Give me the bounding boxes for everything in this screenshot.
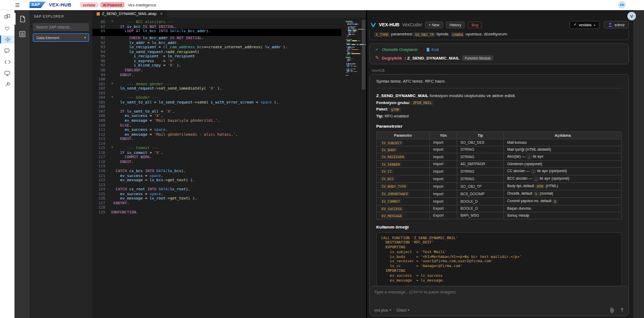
editor-tab-bar: Z_SEND_DYNAMIC_MAIL.abap × bbox=[92, 10, 366, 18]
line-number: 115 bbox=[92, 146, 111, 151]
description-cell: Commit yapılsın mı, default X bbox=[504, 197, 622, 205]
mode-selector[interactable]: Direct ▾ bbox=[397, 308, 409, 312]
minimap[interactable] bbox=[346, 21, 360, 76]
token: . bbox=[236, 132, 238, 137]
search-input[interactable] bbox=[33, 23, 89, 31]
description-cell: CC alıcıları — ; ile ayır (opsiyonel) bbox=[504, 167, 622, 175]
token: space bbox=[154, 128, 165, 132]
token: ( ). bbox=[188, 196, 197, 201]
code-line: 117 COMMIT WORK. bbox=[92, 155, 341, 160]
token: = bbox=[154, 59, 167, 63]
meta-label: Paket: bbox=[376, 107, 390, 112]
change-card[interactable]: ✓ Otomatik Onaylandı Kod ✎ Değişiklik : … bbox=[369, 43, 629, 64]
token bbox=[111, 73, 120, 77]
param-cell: EV_SUCCESS bbox=[377, 205, 430, 212]
model-name: vxd-plus bbox=[374, 308, 388, 312]
minimap-seg bbox=[347, 40, 350, 41]
send-button[interactable]: ↑ bbox=[620, 307, 624, 313]
sidebar-item-code[interactable]: › bbox=[0, 58, 14, 66]
usage-code-line: CALL FUNCTION 'Z_SEND_DYNAMIC_MAIL' bbox=[381, 236, 617, 241]
message-composer[interactable]: vxd-plus ▾ Direct ▾ ↑ bbox=[369, 286, 629, 316]
message-input[interactable] bbox=[374, 290, 624, 306]
model-selector[interactable]: vxd-plus ▾ bbox=[374, 308, 391, 312]
sidebar-item-favorites[interactable] bbox=[0, 24, 14, 32]
minimap-seg bbox=[347, 47, 347, 47]
history-button[interactable]: History bbox=[446, 21, 465, 28]
code-text: ENDFUNCTION. bbox=[111, 210, 138, 215]
token: ev_message bbox=[125, 119, 147, 123]
token: lo_send_request bbox=[120, 86, 154, 91]
minimap-line bbox=[346, 75, 360, 76]
token: set_send_immediately bbox=[159, 86, 204, 91]
object-type-select[interactable]: Data Element ▾ bbox=[33, 33, 89, 42]
token bbox=[111, 59, 134, 63]
paperclip-icon[interactable] bbox=[610, 307, 614, 313]
new-chat-button[interactable]: + New bbox=[425, 21, 443, 28]
sidebar-item-monitor[interactable]: › bbox=[0, 69, 14, 77]
line-number: 107 bbox=[92, 109, 111, 114]
param-name: IV_CC bbox=[380, 169, 393, 173]
vexhub-avatar-badge[interactable]: V bbox=[627, 12, 636, 20]
code-line: 112 ev_message = 'Mail gönderilemedi - a… bbox=[92, 132, 341, 137]
table-row: IV_COMMITImportBOOLE_DCommit yapılsın mı… bbox=[377, 197, 622, 205]
document-icon bbox=[426, 47, 430, 52]
token: lx_bcs bbox=[167, 169, 181, 173]
token: . bbox=[172, 109, 174, 114]
token: = bbox=[147, 114, 154, 118]
rail-item-structure[interactable] bbox=[14, 28, 30, 40]
close-icon[interactable]: × bbox=[160, 12, 163, 16]
sidebar-item-settings[interactable] bbox=[0, 35, 14, 43]
code-text: CHECK lv_bcc_addr IS NOT INITIAL. bbox=[111, 36, 204, 41]
token: * --- Commit --- bbox=[111, 146, 159, 150]
user-button[interactable]: edmiz bbox=[604, 21, 629, 28]
token: ). bbox=[272, 100, 279, 105]
line-number: 99 bbox=[92, 73, 111, 78]
code-line: 100 bbox=[92, 77, 341, 82]
rail-item-files[interactable] bbox=[14, 13, 30, 25]
table-body: IV_SUBJECTImportSO_OBJ_DESMail konusuIV_… bbox=[377, 139, 622, 219]
code-line: 113 ENDIF. bbox=[92, 137, 341, 142]
code-lines[interactable]: 86* --- BCC alıcıları ---87 IF iv_bcc IS… bbox=[92, 20, 341, 318]
token: add_recipient bbox=[167, 50, 197, 54]
sidebar-item-tools[interactable] bbox=[0, 80, 14, 88]
workspace-selector[interactable]: ✓ vexlabs ▾ bbox=[569, 21, 600, 29]
token: = bbox=[152, 100, 159, 105]
token: ev_message bbox=[120, 178, 143, 182]
editor-tab[interactable]: Z_SEND_DYNAMIC_MAIL.abap × bbox=[92, 10, 167, 18]
code-text: ev_message = lx_bcs->get_text( ). bbox=[111, 178, 195, 183]
text: Gönderen (opsiyonel) bbox=[507, 162, 542, 166]
minimap-seg bbox=[354, 27, 355, 28]
token: . bbox=[127, 201, 129, 205]
table-row: IV_SUBJECTImportSO_OBJ_DESMail konusu bbox=[377, 139, 622, 146]
code-text: ev_success = space. bbox=[111, 128, 167, 132]
sidebar-item-chat[interactable]: › bbox=[0, 47, 14, 55]
hamburger-menu-icon[interactable]: ☰ bbox=[15, 2, 20, 8]
token bbox=[111, 174, 120, 178]
text: Başarı durumu bbox=[507, 206, 531, 210]
object-type-badge: Function Module bbox=[462, 55, 493, 61]
token: get_text bbox=[170, 196, 188, 201]
bug-button[interactable]: Bug bbox=[467, 21, 481, 28]
token: ev_message bbox=[125, 132, 147, 137]
minimap-seg bbox=[358, 24, 358, 24]
text: Mail konusu bbox=[507, 140, 526, 144]
token: 'X' bbox=[167, 59, 174, 63]
minimap-seg bbox=[349, 75, 349, 76]
scrollbar-thumb[interactable] bbox=[362, 20, 365, 90]
usage-code-line: ev_success = lv_success bbox=[381, 273, 617, 278]
token: lv_bcc_addr bbox=[143, 36, 167, 40]
token: lx_bcs bbox=[150, 178, 163, 182]
meta-value: $TMP bbox=[390, 107, 401, 112]
language-button[interactable]: EN bbox=[618, 1, 626, 9]
editor-scrollbar[interactable] bbox=[361, 20, 366, 318]
code-line: 118 ENDIF. bbox=[92, 160, 341, 165]
sidebar-item-modules[interactable] bbox=[0, 13, 14, 21]
token: . bbox=[217, 119, 219, 123]
code-text: LOOP AT lt_bcc INTO DATA(lv_bcc_addr). bbox=[111, 29, 211, 34]
minimap-seg bbox=[350, 65, 350, 65]
code-text: ENDIF. bbox=[111, 160, 134, 165]
line-number: 103 bbox=[92, 91, 111, 96]
minimap-seg bbox=[352, 48, 352, 49]
inner-activity-bar bbox=[14, 10, 30, 318]
token: CHECK bbox=[129, 36, 141, 40]
